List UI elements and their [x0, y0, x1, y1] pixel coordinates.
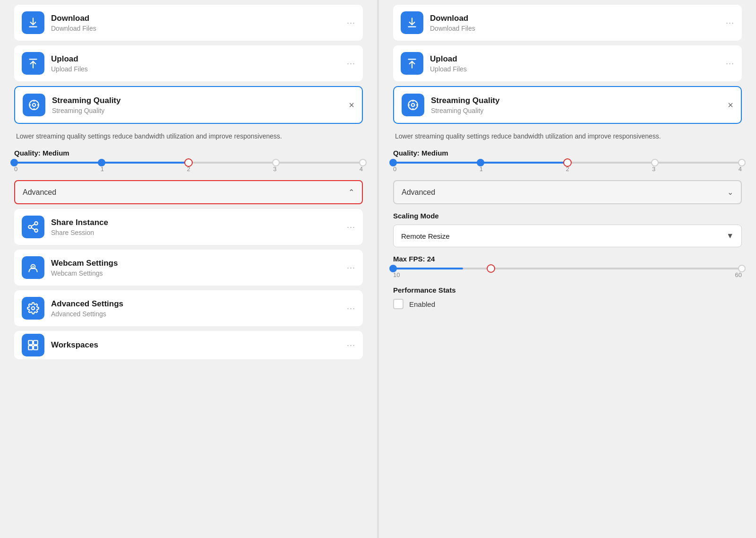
right-slider-track: [393, 162, 742, 164]
streaming-close-button[interactable]: ×: [349, 100, 354, 111]
svg-rect-9: [28, 340, 33, 345]
share-instance-item[interactable]: Share Instance Share Session ···: [14, 209, 363, 245]
fps-slider[interactable]: 10 60: [393, 268, 742, 278]
webcam-text: Webcam Settings Webcam Settings: [51, 258, 347, 277]
advanced-settings-item[interactable]: Advanced Settings Advanced Settings ···: [14, 290, 363, 326]
workspaces-menu-dots[interactable]: ···: [347, 340, 355, 350]
streaming-icon: [23, 94, 45, 116]
left-advanced-chevron-icon: ⌃: [348, 188, 354, 197]
right-streaming-quality-item[interactable]: Streaming Quality Streaming Quality ×: [393, 86, 742, 124]
svg-point-7: [32, 266, 34, 267]
right-quality-slider[interactable]: 0 1 2 3 4: [393, 162, 742, 173]
right-slider-dot-1: [477, 159, 484, 166]
right-slider-dot-4: [738, 159, 746, 166]
performance-stats-enabled-label: Enabled: [409, 300, 435, 308]
left-slider-dot-0: [10, 159, 18, 166]
download-icon: [22, 11, 44, 34]
right-slider-dot-3: [651, 159, 659, 166]
download-menu-dots[interactable]: ···: [347, 18, 355, 28]
left-advanced-label: Advanced: [23, 188, 56, 197]
upload-menu-dots[interactable]: ···: [347, 59, 355, 69]
left-slider-dot-3: [272, 159, 280, 166]
right-upload-text: Upload Upload Files: [430, 54, 726, 73]
left-slider-track: [14, 162, 363, 164]
right-advanced-section[interactable]: Advanced ⌄: [393, 180, 742, 204]
upload-text: Upload Upload Files: [51, 54, 347, 73]
right-advanced-label: Advanced: [402, 188, 435, 197]
workspaces-text: Workspaces: [51, 340, 347, 350]
right-download-menu-dots[interactable]: ···: [726, 18, 734, 28]
scaling-mode-dropdown[interactable]: Remote Resize ▼: [393, 225, 742, 247]
performance-stats-label: Performance Stats: [393, 286, 742, 294]
advanced-settings-menu-dots[interactable]: ···: [347, 304, 355, 313]
webcam-settings-item[interactable]: Webcam Settings Webcam Settings ···: [14, 250, 363, 286]
svg-point-8: [32, 307, 35, 310]
scaling-mode-dropdown-arrow-icon: ▼: [726, 232, 734, 240]
scaling-mode-value: Remote Resize: [401, 232, 450, 240]
right-download-icon: [401, 11, 423, 34]
fps-slider-labels: 10 60: [393, 271, 742, 278]
right-slider-current[interactable]: [563, 158, 572, 167]
fps-slider-track: [393, 268, 742, 269]
max-fps-label: Max FPS: 24: [393, 255, 742, 263]
performance-stats-checkbox[interactable]: [393, 299, 404, 309]
svg-line-5: [31, 224, 34, 226]
right-quality-label: Quality: Medium: [393, 149, 742, 157]
fps-slider-dot-end: [738, 265, 746, 272]
left-advanced-section[interactable]: Advanced ⌃: [14, 180, 363, 204]
streaming-quality-item[interactable]: Streaming Quality Streaming Quality ×: [14, 86, 363, 124]
svg-rect-11: [28, 346, 33, 350]
svg-line-4: [31, 228, 34, 230]
performance-stats-row: Enabled: [393, 299, 742, 309]
workspaces-item[interactable]: Workspaces ···: [14, 331, 363, 359]
advanced-settings-icon: [22, 297, 44, 320]
right-advanced-chevron-icon: ⌄: [727, 188, 733, 197]
download-item[interactable]: Download Download Files ···: [14, 5, 363, 41]
upload-icon: [22, 52, 44, 75]
workspaces-icon: [22, 334, 44, 356]
left-slider-current[interactable]: [184, 158, 193, 167]
left-quality-slider[interactable]: 0 1 2 3 4: [14, 162, 363, 173]
scaling-mode-label: Scaling Mode: [393, 212, 742, 220]
right-streaming-icon: [402, 94, 424, 116]
advanced-settings-text: Advanced Settings Advanced Settings: [51, 299, 347, 318]
right-upload-menu-dots[interactable]: ···: [726, 59, 734, 69]
svg-rect-12: [34, 346, 38, 350]
webcam-icon: [22, 256, 44, 279]
right-download-item[interactable]: Download Download Files ···: [393, 5, 742, 41]
fps-slider-current[interactable]: [487, 264, 495, 273]
left-quality-label: Quality: Medium: [14, 149, 363, 157]
left-panel: Download Download Files ··· Upload Uploa…: [0, 0, 377, 538]
fps-slider-fill: [393, 268, 463, 269]
download-text: Download Download Files: [51, 13, 347, 32]
webcam-menu-dots[interactable]: ···: [347, 263, 355, 273]
share-menu-dots[interactable]: ···: [347, 222, 355, 232]
right-streaming-close-button[interactable]: ×: [728, 100, 733, 111]
upload-item[interactable]: Upload Upload Files ···: [14, 45, 363, 81]
right-upload-item[interactable]: Upload Upload Files ···: [393, 45, 742, 81]
share-icon: [22, 216, 44, 238]
left-slider-dot-4: [359, 159, 367, 166]
right-description: Lower streaming quality settings reduce …: [395, 131, 740, 141]
streaming-text: Streaming Quality Streaming Quality: [52, 95, 349, 114]
left-slider-dot-1: [98, 159, 105, 166]
right-upload-icon: [401, 52, 423, 75]
right-panel: Download Download Files ··· Upload Uploa…: [379, 0, 756, 538]
share-text: Share Instance Share Session: [51, 217, 347, 236]
right-download-text: Download Download Files: [430, 13, 726, 32]
left-description: Lower streaming quality settings reduce …: [16, 131, 361, 141]
svg-rect-10: [34, 340, 38, 345]
right-streaming-text: Streaming Quality Streaming Quality: [431, 95, 728, 114]
fps-slider-dot-start: [389, 265, 397, 272]
right-slider-dot-0: [389, 159, 397, 166]
